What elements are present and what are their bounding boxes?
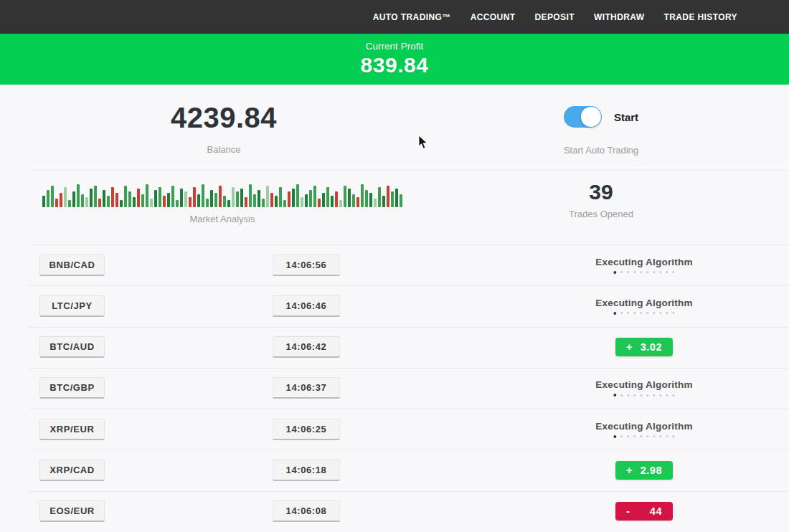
chart-bar xyxy=(72,191,75,207)
progress-dot xyxy=(614,394,617,396)
trade-row: EOS/EUR 14:06:08 -44 xyxy=(0,491,789,532)
executing-label: Executing Algorithm xyxy=(595,298,692,308)
progress-dots xyxy=(595,271,692,274)
chart-bar xyxy=(60,193,62,207)
balance-label: Balance xyxy=(171,144,277,155)
time-badge: 14:06:56 xyxy=(273,255,341,276)
market-section: Market Analysis 39 Trades Opened xyxy=(0,170,789,244)
time-badge: 14:06:42 xyxy=(273,336,341,358)
nav-bar: AUTO TRADING™ACCOUNTDEPOSITWITHDRAWTRADE… xyxy=(0,0,789,34)
chart-bar xyxy=(352,194,355,207)
progress-dot xyxy=(614,312,617,315)
chart-bar xyxy=(292,189,295,207)
chart-bar xyxy=(382,196,385,207)
trades-opened-label: Trades Opened xyxy=(569,209,633,219)
chart-bar xyxy=(146,184,148,207)
chart-bar xyxy=(296,184,299,207)
chart-bar xyxy=(236,191,239,207)
symbol-badge: EOS/EUR xyxy=(39,500,105,522)
balance-value: 4239.84 xyxy=(171,102,277,134)
progress-dots xyxy=(595,312,692,315)
executing-label: Executing Algorithm xyxy=(595,421,692,432)
trade-status: Executing Algorithm xyxy=(595,257,692,274)
chart-bar xyxy=(42,196,45,207)
chart-bar xyxy=(283,200,286,207)
time-badge: 14:06:08 xyxy=(273,500,341,522)
chart-bar xyxy=(133,197,136,207)
auto-trading-caption: Start Auto Trading xyxy=(564,145,638,156)
chart-bar xyxy=(115,193,118,207)
chart-bar xyxy=(305,194,308,207)
time-badge: 14:06:25 xyxy=(273,419,341,440)
chart-bar xyxy=(85,197,88,207)
chart-bar xyxy=(98,199,101,207)
chart-bar xyxy=(326,187,329,207)
chart-bar xyxy=(253,194,256,207)
time-badge: 14:06:46 xyxy=(273,295,341,317)
trade-row: LTC/JPY 14:06:46 Executing Algorithm xyxy=(0,285,789,326)
chart-bar xyxy=(240,189,243,207)
chart-bar xyxy=(197,194,200,207)
chart-bar xyxy=(141,194,144,207)
progress-dot xyxy=(647,271,649,273)
chart-bar xyxy=(266,186,269,207)
chart-bar xyxy=(249,184,252,207)
nav-item[interactable]: WITHDRAW xyxy=(594,12,645,22)
chart-bar xyxy=(335,191,338,207)
chart-bar xyxy=(51,186,54,207)
chart-bar xyxy=(107,196,110,207)
chart-bar xyxy=(223,196,226,207)
progress-dot xyxy=(641,271,643,273)
market-analysis-block: Market Analysis xyxy=(36,183,409,224)
trade-status: +2.98 xyxy=(615,461,673,480)
auto-trading-toggle[interactable] xyxy=(564,106,602,128)
chart-bar xyxy=(227,200,230,207)
trades-table: BNB/CAD 14:06:56 Executing Algorithm LTC… xyxy=(0,244,789,532)
trade-row: XRP/EUR 14:06:25 Executing Algorithm xyxy=(0,409,789,450)
chart-bar xyxy=(391,191,394,207)
nav-menu: AUTO TRADING™ACCOUNTDEPOSITWITHDRAWTRADE… xyxy=(373,12,737,22)
auto-trading-dashboard: AUTO TRADING™ACCOUNTDEPOSITWITHDRAWTRADE… xyxy=(0,0,789,532)
trade-status: Executing Algorithm xyxy=(595,298,692,315)
chart-bar xyxy=(258,190,260,207)
progress-dot xyxy=(660,435,662,437)
chart-bar xyxy=(361,184,364,207)
chart-bar xyxy=(137,189,140,207)
trade-row: BTC/GBP 14:06:37 Executing Algorithm xyxy=(0,368,789,409)
chart-bar xyxy=(120,200,123,207)
chart-bar xyxy=(318,199,321,207)
trade-row: XRP/CAD 14:06:18 +2.98 xyxy=(0,450,789,490)
nav-item[interactable]: DEPOSIT xyxy=(534,12,574,22)
chart-bar xyxy=(348,189,351,207)
chart-bar xyxy=(356,197,359,207)
chart-bar xyxy=(171,186,174,207)
executing-label: Executing Algorithm xyxy=(595,379,692,390)
symbol-badge: BTC/GBP xyxy=(39,377,105,399)
progress-dot xyxy=(641,394,643,396)
chart-bar xyxy=(64,187,67,207)
profit-badge: +2.98 xyxy=(615,461,673,480)
progress-dot xyxy=(634,271,636,273)
progress-dot xyxy=(666,394,668,396)
chart-bar xyxy=(159,187,161,207)
nav-item[interactable]: AUTO TRADING™ xyxy=(373,12,451,22)
profit-badge: +3.02 xyxy=(615,338,673,356)
progress-dot xyxy=(621,312,623,314)
chart-bar xyxy=(232,187,235,207)
chart-bar xyxy=(275,196,278,207)
balance-section: 4239.84 Balance Start Start Auto Trading xyxy=(0,85,789,170)
chart-bar xyxy=(378,187,381,207)
progress-dot xyxy=(647,435,649,437)
chart-bar xyxy=(301,197,303,207)
profit-banner: Current Profit 839.84 xyxy=(0,34,789,85)
nav-item[interactable]: TRADE HISTORY xyxy=(663,12,737,22)
chart-bar xyxy=(55,199,58,207)
progress-dot xyxy=(660,394,662,396)
chart-bar xyxy=(111,187,114,207)
nav-item[interactable]: ACCOUNT xyxy=(471,12,516,22)
progress-dot xyxy=(653,394,656,396)
chart-bar xyxy=(202,184,204,207)
chart-bar xyxy=(189,197,192,207)
chart-bar xyxy=(150,199,153,207)
chart-bar xyxy=(193,187,196,207)
